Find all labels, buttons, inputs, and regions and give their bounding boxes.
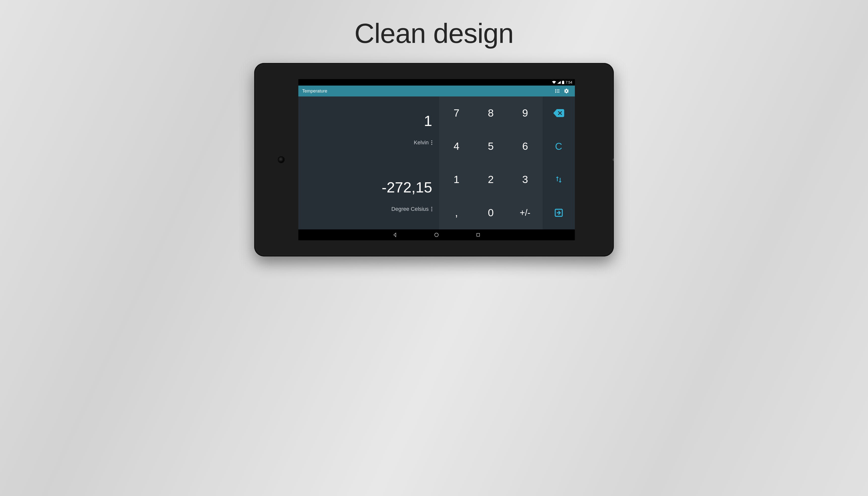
key-6[interactable]: 6 <box>508 130 542 163</box>
settings-icon[interactable] <box>562 87 571 95</box>
swap-button[interactable] <box>543 163 575 196</box>
input-unit-label: Kelvin <box>414 139 429 146</box>
nav-back-button[interactable] <box>391 231 398 238</box>
nav-home-button[interactable] <box>433 231 440 238</box>
input-section: 1 Kelvin <box>305 96 432 163</box>
home-icon <box>434 232 439 237</box>
svg-point-4 <box>555 92 556 93</box>
status-bar: 7:54 <box>298 79 575 86</box>
enter-icon <box>554 208 563 217</box>
svg-point-2 <box>555 91 556 91</box>
output-value: -272,15 <box>382 180 432 195</box>
key-9[interactable]: 9 <box>508 96 542 130</box>
tablet-camera <box>279 157 284 162</box>
actionbar-title: Temperature <box>302 89 553 94</box>
nav-recent-button[interactable] <box>475 231 482 238</box>
clear-label: C <box>555 141 562 152</box>
backspace-button[interactable] <box>543 96 575 130</box>
operation-column: C <box>543 96 575 229</box>
svg-point-7 <box>435 233 438 237</box>
more-dots-icon <box>431 207 432 211</box>
key-7[interactable]: 7 <box>439 96 474 130</box>
key-2[interactable]: 2 <box>474 163 508 196</box>
output-unit-label: Degree Celsius <box>391 206 429 212</box>
tablet-screen: 7:54 Temperature 1 Kelvin <box>298 79 575 240</box>
clear-button[interactable]: C <box>543 130 575 163</box>
output-section: -272,15 Degree Celsius <box>305 163 432 229</box>
content-area: 1 Kelvin -272,15 Degree Celsius <box>298 96 575 229</box>
tablet-frame: 7:54 Temperature 1 Kelvin <box>254 63 614 257</box>
key-5[interactable]: 5 <box>474 130 508 163</box>
more-dots-icon <box>431 140 432 145</box>
input-unit-selector[interactable]: Kelvin <box>414 139 432 146</box>
svg-rect-8 <box>477 233 480 236</box>
battery-icon <box>562 81 564 84</box>
display-pane: 1 Kelvin -272,15 Degree Celsius <box>298 96 439 229</box>
navigation-bar <box>298 229 575 240</box>
output-unit-selector[interactable]: Degree Celsius <box>391 206 432 212</box>
signal-icon <box>557 81 561 84</box>
recent-icon <box>476 232 481 237</box>
action-bar: Temperature <box>298 86 575 96</box>
key-3[interactable]: 3 <box>508 163 542 196</box>
promo-headline: Clean design <box>354 17 514 49</box>
key-sign[interactable]: +/- <box>508 196 542 229</box>
tablet-side-indicator <box>612 158 614 161</box>
back-icon <box>392 232 397 237</box>
key-8[interactable]: 8 <box>474 96 508 130</box>
svg-point-0 <box>555 89 556 90</box>
wifi-icon <box>552 81 556 84</box>
numeric-keypad: 7 8 9 4 5 6 1 2 3 , 0 +/- <box>439 96 542 229</box>
enter-button[interactable] <box>543 196 575 229</box>
status-time: 7:54 <box>565 80 572 84</box>
swap-icon <box>555 175 563 184</box>
key-0[interactable]: 0 <box>474 196 508 229</box>
backspace-icon <box>553 109 564 117</box>
input-value: 1 <box>424 113 432 128</box>
key-1[interactable]: 1 <box>439 163 474 196</box>
key-4[interactable]: 4 <box>439 130 474 163</box>
key-comma[interactable]: , <box>439 196 474 229</box>
list-icon[interactable] <box>553 87 562 95</box>
